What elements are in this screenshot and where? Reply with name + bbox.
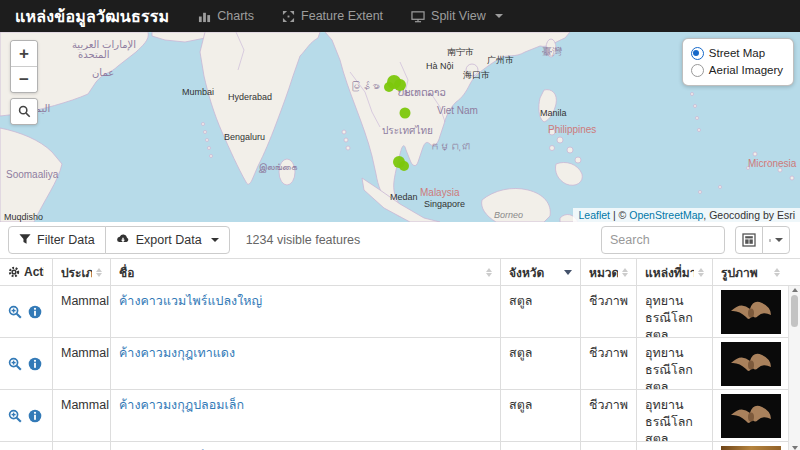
feature-marker[interactable] [384,82,394,92]
filter-data-button[interactable]: Filter Data [8,226,106,254]
feature-marker[interactable] [394,79,406,91]
nav-item-split-view[interactable]: Split View [397,0,517,32]
feature-info-icon[interactable] [28,305,42,319]
nav-label-charts: Charts [217,9,254,23]
sort-icon [622,268,628,277]
column-header-name[interactable]: ชื่อ [110,259,500,285]
column-header-image[interactable]: รูปภาพ [712,259,788,285]
map-attribution: Leaflet | © OpenStreetMap, Geocoding by … [573,208,800,222]
cell-type: Mammal [52,390,110,441]
bat-photo-content [729,403,773,429]
column-header-action[interactable]: Action [0,259,52,285]
cell-action [0,286,52,337]
map-search-button[interactable] [11,99,37,124]
bat-photo-content [729,351,773,377]
attribution-separator: | © [610,209,629,221]
column-header-province[interactable]: จังหวัด [500,259,580,285]
feature-name-link[interactable]: ค้างคาวมงกุฎปลอมเล็ก [119,398,244,412]
radio-street-map[interactable] [691,47,704,60]
map-label: 广州市 [487,55,514,65]
sort-icon [698,268,704,277]
basemap-option-street[interactable]: Street Map [691,45,783,62]
sort-icon [774,268,780,277]
desktop-icon [411,10,425,23]
openstreetmap-link[interactable]: OpenStreetMap [629,209,703,221]
card-view-icon [742,233,756,247]
feature-info-icon[interactable] [28,409,42,423]
table-row: Mammal ค้างคาวแวมไพร์แปลงใหญ่ สตูล ชีวภา… [0,286,800,338]
map-label: 南宁市 [447,47,474,57]
feature-photo[interactable] [721,446,781,450]
feature-marker[interactable] [400,108,411,119]
column-header-category[interactable]: หมวดหมู่ [580,259,636,285]
cell-type: Mammal [52,442,110,450]
cell-source: อุทยานธรณีโลกสตูล [636,338,712,389]
table-toolbar: Filter Data Export Data 1234 visible fea… [0,222,800,258]
column-header-type[interactable]: ประเภท [52,259,110,285]
leaflet-link[interactable]: Leaflet [578,209,610,221]
cell-category: ชีวภาพ [580,286,636,337]
nav-label-split-view: Split View [431,9,486,23]
cell-category: ชีวภาพ [580,442,636,450]
bat-photo-content [729,299,773,325]
map-label: Singapore [424,199,465,209]
cell-action [0,338,52,389]
feature-photo[interactable] [721,290,781,334]
table-row: Mammal ค้างคาวมงกุฎเทาแดง สตูล ชีวภาพ อุ… [0,338,800,390]
cell-province: สตูล [500,338,580,389]
feature-photo[interactable] [721,394,781,438]
cell-province: สตูล [500,390,580,441]
map-label: Soomaaliya [6,169,59,180]
sort-icon [486,268,492,277]
cell-type: Mammal [52,338,110,389]
filter-data-label: Filter Data [37,233,95,247]
map-label: Muqdisho [4,212,43,222]
basemap-switcher: Street Map Aerial Imagery [682,38,794,86]
zoom-to-feature-icon[interactable] [8,357,22,371]
app-brand: แหล่งข้อมูลวัฒนธรรม [0,0,184,32]
arrows-icon [282,10,295,23]
zoom-to-feature-icon[interactable] [8,409,22,423]
scroll-up-icon[interactable] [792,288,798,292]
visible-features-count: 1234 visible features [246,233,361,247]
zoom-in-button[interactable]: + [11,41,37,66]
leaflet-map[interactable]: الإمارات العربيةالمتحدةعماناليمنSoomaali… [0,32,800,222]
zoom-to-feature-icon[interactable] [8,305,22,319]
scrollbar-thumb[interactable] [791,295,798,327]
map-label: မြန်မာ [350,81,380,92]
nav-item-feature-extent[interactable]: Feature Extent [268,0,397,32]
map-label: Micronesia [748,158,797,169]
feature-photo[interactable] [721,342,781,386]
feature-name-link[interactable]: ค้างคาวแวมไพร์แปลงใหญ่ [119,294,262,308]
feature-marker[interactable] [399,161,409,171]
map-label: ประเทศไทย [382,125,433,136]
toggle-view-button[interactable] [735,226,763,254]
columns-button[interactable] [762,226,790,254]
scroll-down-icon[interactable] [792,446,798,450]
street-map-label: Street Map [709,45,765,62]
export-data-label: Export Data [136,233,202,247]
chevron-down-icon [775,238,783,242]
map-label: 海口市 [463,70,490,80]
map-label: Malaysia [420,187,460,198]
radio-aerial-imagery[interactable] [691,64,704,77]
table-scrollbar[interactable] [788,286,800,450]
map-label: Hyderabad [228,92,272,102]
column-header-source[interactable]: แหล่งที่มา [636,259,712,285]
export-data-button[interactable]: Export Data [105,226,230,254]
zoom-out-button[interactable]: − [11,66,37,92]
cell-name: ค้างคาวมงกุฎเล็ก [110,442,500,450]
cell-type: Mammal [52,286,110,337]
cell-image [712,442,788,450]
map-zoom-control: + − [10,40,38,93]
map-label: Mumbai [182,87,214,97]
cell-source: อุทยานธรณีโลกสตูล [636,286,712,337]
basemap-option-aerial[interactable]: Aerial Imagery [691,62,783,79]
chevron-down-icon [495,14,503,18]
feature-info-icon[interactable] [28,357,42,371]
map-label: المتحدة [78,49,110,60]
cell-image [712,338,788,389]
table-search-input[interactable] [601,226,725,254]
feature-name-link[interactable]: ค้างคาวมงกุฎเทาแดง [119,346,235,360]
nav-item-charts[interactable]: Charts [184,0,268,32]
